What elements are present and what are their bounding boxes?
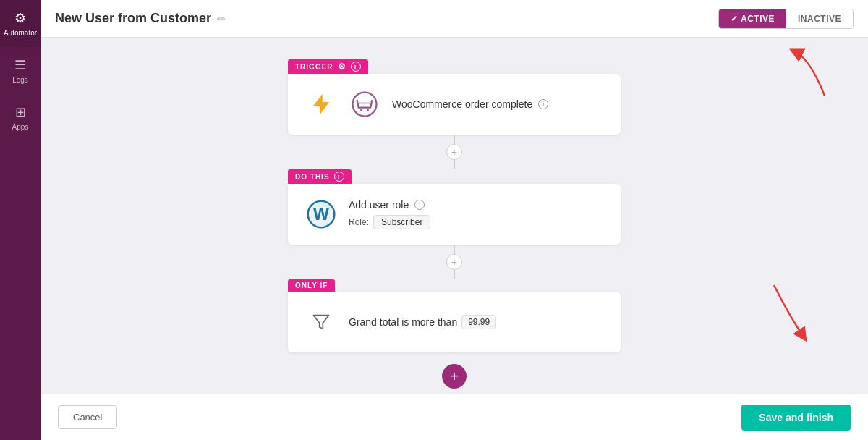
only-if-condition-label: Grand total is more than [349,316,457,328]
connector-plus-1[interactable]: + [446,144,462,160]
trigger-block-container: TRIGGER ⚙ i [288,59,621,135]
sidebar: ⚙ Automator ☰ Logs ⊞ Apps [0,0,41,440]
do-this-block-container: DO THIS i W [288,169,621,245]
connector-1: + [446,135,462,169]
wordpress-icon-container: W [305,198,337,230]
do-this-action-label: Add user role [349,199,409,211]
edit-title-icon[interactable]: ✏ [217,13,226,25]
footer: Cancel Save and finish [41,394,868,440]
canvas: TRIGGER ⚙ i [41,38,868,394]
svg-point-2 [360,109,362,111]
filter-icon-container [305,306,337,338]
do-this-action-info-icon[interactable]: i [414,200,425,210]
do-this-action-text: Add user role i [349,199,430,211]
do-this-label-text: DO THIS [295,173,330,181]
apps-icon: ⊞ [15,104,26,120]
do-this-card-inner: W Add user role i Role: Subscriber [305,198,603,230]
sidebar-item-logs[interactable]: ☰ Logs [0,47,41,94]
connector-line-1b [454,160,455,169]
save-and-finish-button[interactable]: Save and finish [741,405,851,431]
trigger-action-label: WooCommerce order complete [392,98,532,110]
wordpress-icon: W [307,200,336,229]
do-this-role-row: Role: Subscriber [349,215,430,229]
sidebar-item-logs-label: Logs [12,76,28,84]
sidebar-item-apps[interactable]: ⊞ Apps [0,94,41,141]
do-this-label-row: DO THIS i [288,169,621,184]
only-if-label-row: ONLY IF [288,279,621,292]
only-if-label: ONLY IF [288,279,335,292]
connector-line-1a [454,135,455,144]
trigger-label-text: TRIGGER [295,63,333,71]
filter-icon [311,312,331,332]
logs-icon: ☰ [14,57,26,73]
inactive-button[interactable]: INACTIVE [786,9,853,28]
header-title-area: New User from Customer ✏ [55,11,226,26]
connector-2: + [446,245,462,279]
do-this-info-icon[interactable]: i [334,172,344,182]
active-button[interactable]: ✓ ACTIVE [719,9,786,28]
trigger-action-text: WooCommerce order complete i [392,98,548,110]
connector-line-2a [454,245,455,254]
trigger-bolt-icon-container [305,88,337,120]
svg-text:W: W [313,205,329,224]
trigger-card-inner: WooCommerce order complete i [305,88,603,120]
canvas-wrapper: TRIGGER ⚙ i [41,38,868,394]
svg-point-1 [353,93,377,117]
status-toggle-group: ✓ ACTIVE INACTIVE [718,9,854,29]
sidebar-item-apps-label: Apps [12,123,29,131]
only-if-info: Grand total is more than 99.99 [349,315,496,329]
svg-point-3 [367,109,369,111]
only-if-card-inner: Grand total is more than 99.99 [305,306,603,338]
only-if-card[interactable]: Grand total is more than 99.99 [288,292,621,352]
role-label: Role: [349,217,369,227]
add-action-button[interactable]: + [442,364,467,389]
trigger-action-info-icon[interactable]: i [538,99,548,109]
trigger-label: TRIGGER ⚙ i [288,59,368,74]
bolt-icon [310,93,333,116]
role-badge: Subscriber [373,215,430,229]
woo-cart-icon [352,91,378,117]
trigger-gear-icon[interactable]: ⚙ [338,62,346,72]
trigger-info: WooCommerce order complete i [392,98,548,110]
do-this-card[interactable]: W Add user role i Role: Subscriber [288,184,621,245]
sidebar-item-automator[interactable]: ⚙ Automator [0,0,41,47]
only-if-label-text: ONLY IF [295,282,328,289]
do-this-label: DO THIS i [288,169,352,184]
connector-plus-2[interactable]: + [446,254,462,270]
do-this-info: Add user role i Role: Subscriber [349,199,430,229]
trigger-label-row: TRIGGER ⚙ i [288,59,621,74]
connector-line-2b [454,270,455,279]
trigger-woo-icon-container [349,88,380,120]
trigger-card[interactable]: WooCommerce order complete i [288,74,621,135]
svg-marker-0 [313,95,328,114]
cancel-button[interactable]: Cancel [58,405,117,429]
automator-icon: ⚙ [14,10,26,26]
only-if-condition-text: Grand total is more than 99.99 [349,315,496,329]
page-title: New User from Customer [55,11,211,26]
header: New User from Customer ✏ ✓ ACTIVE INACTI… [41,0,868,38]
only-if-value-badge: 99.99 [461,315,496,329]
main-area: New User from Customer ✏ ✓ ACTIVE INACTI… [41,0,868,440]
only-if-block-container: ONLY IF Grand total is more than [288,279,621,352]
trigger-info-icon[interactable]: i [351,62,361,72]
sidebar-item-automator-label: Automator [4,29,37,37]
